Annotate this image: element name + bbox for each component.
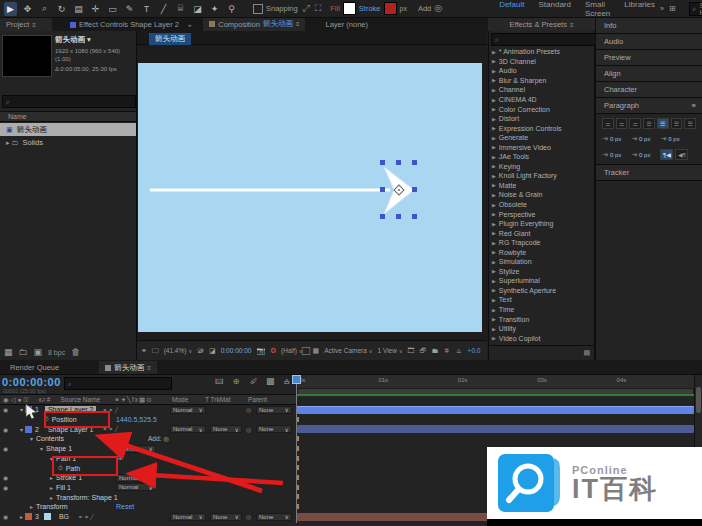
effects-category[interactable]: ▶* Animation Presets xyxy=(489,47,596,57)
layer-color-chip[interactable] xyxy=(25,513,32,520)
viewer-comp-tab[interactable]: 箭头动画 xyxy=(149,33,191,45)
paragraph-field-value[interactable]: 0 px xyxy=(610,136,621,142)
pickwhip-icon[interactable]: ◎ xyxy=(246,426,251,433)
mode-column[interactable]: Mode xyxy=(172,396,188,403)
parent-dropdown[interactable]: None∨ xyxy=(256,425,292,433)
timeline-row-property[interactable]: ◉▸Stroke 1Normal∨ xyxy=(0,473,297,483)
tab-effects-presets[interactable]: Effects & Presets≡ xyxy=(488,18,595,31)
twirl-icon[interactable]: ▶ xyxy=(492,163,496,169)
exposure-icon[interactable]: 🜂 xyxy=(456,347,463,354)
project-search-field[interactable]: ⌕ xyxy=(2,95,136,108)
effects-category[interactable]: ▶Expression Controls xyxy=(489,123,596,133)
twirl-icon[interactable]: ▶ xyxy=(492,49,496,55)
effects-category[interactable]: ▶Superluminal xyxy=(489,276,596,286)
layer-color-chip[interactable] xyxy=(25,426,32,433)
snapping-checkbox[interactable] xyxy=(253,4,263,14)
effects-category[interactable]: ▶Obsolete xyxy=(489,200,596,210)
group-name[interactable]: Shape 1 xyxy=(46,445,72,452)
timeline-row-property[interactable]: ▾ContentsAdd: ◎ xyxy=(0,434,297,444)
mode-dropdown[interactable]: Normal∨ xyxy=(170,406,206,414)
blend-mode-dropdown[interactable]: Normal∨ xyxy=(116,445,156,453)
twirl-icon[interactable]: ▾ xyxy=(20,406,23,413)
layer-color-chip[interactable] xyxy=(25,406,32,413)
snapshot-icon[interactable]: 📷 xyxy=(256,347,265,354)
add-button[interactable]: Add ◎ xyxy=(418,4,442,13)
pixel-aspect-icon[interactable]: 🗖 xyxy=(408,347,415,354)
effects-category[interactable]: ▶Noise & Grain xyxy=(489,190,596,200)
twirl-icon[interactable]: ▶ xyxy=(492,135,496,141)
twirl-icon[interactable]: ▶ xyxy=(492,278,496,284)
reset-link[interactable]: Reset xyxy=(116,503,134,510)
twirl-icon[interactable]: ▶ xyxy=(492,68,496,74)
shape-tool[interactable]: ▭ xyxy=(106,2,119,16)
paragraph-field-value[interactable]: 0 px xyxy=(639,152,650,158)
effects-category[interactable]: ▶Color Correction xyxy=(489,104,596,114)
twirl-icon[interactable]: ▶ xyxy=(492,58,496,64)
effects-category[interactable]: ▶RG Trapcode xyxy=(489,238,596,248)
twirl-icon[interactable]: ▶ xyxy=(492,259,496,265)
effects-category[interactable]: ▶Blur & Sharpen xyxy=(489,76,596,86)
parent-dropdown[interactable]: None∨ xyxy=(256,513,292,521)
pen-tool[interactable]: ✎ xyxy=(123,2,136,16)
twirl-icon[interactable]: ▶ xyxy=(492,97,496,103)
type-tool[interactable]: T xyxy=(140,2,153,16)
tab-composition[interactable]: Composition 箭头动画 ≡ xyxy=(203,18,305,32)
composition-flowchart-icon[interactable]: 🜲 xyxy=(215,377,224,386)
layer-name[interactable]: BG xyxy=(56,513,72,520)
dir-ltr-button[interactable]: ¶◀ xyxy=(660,149,673,160)
twirl-icon[interactable]: ▸ xyxy=(50,484,53,491)
twirl-icon[interactable]: ▶ xyxy=(492,335,496,341)
paragraph-field[interactable]: ⇥0 px xyxy=(631,151,650,159)
twirl-icon[interactable]: ▶ xyxy=(492,106,496,112)
twirl-icon[interactable]: ▶ xyxy=(492,268,496,274)
timeline-row-property[interactable]: ⏱Path xyxy=(0,463,297,473)
tab-layer[interactable]: Layer (none) xyxy=(319,18,374,31)
effects-search-field[interactable]: ⌕ xyxy=(491,33,600,46)
paragraph-field-value[interactable]: 0 px xyxy=(610,152,621,158)
paragraph-field[interactable]: ⇥0 px xyxy=(602,135,621,143)
tab-timeline-comp[interactable]: 箭头动画 ≡ xyxy=(99,361,157,374)
search-help-field[interactable]: ⌕ Search Help xyxy=(689,2,702,16)
twirl-icon[interactable]: ▶ xyxy=(492,326,496,332)
panel-header-paragraph[interactable]: Paragraph≡ xyxy=(596,98,702,114)
view-layout-dropdown[interactable]: 1 View∨ xyxy=(378,347,403,354)
paragraph-field[interactable]: ⇥0 px xyxy=(602,151,621,159)
transparency-grid-icon[interactable]: ▦ xyxy=(313,347,320,354)
timeline-row-property[interactable]: ▾Path 1⇆ xyxy=(0,454,297,464)
property-value[interactable]: 1440.5,525.5 xyxy=(116,416,157,423)
twirl-icon[interactable]: ▸ xyxy=(50,494,53,501)
timeline-row-property[interactable]: ◉▾Shape 1Normal∨ xyxy=(0,444,297,454)
snapping-toggle[interactable]: Snapping xyxy=(253,4,298,14)
mode-dropdown[interactable]: Normal∨ xyxy=(170,513,206,521)
tab-effect-controls[interactable]: Effect Controls Shape Layer 2 » xyxy=(64,18,197,31)
group-name[interactable]: Transform xyxy=(36,503,68,510)
project-bpc[interactable]: 8 bpc xyxy=(48,349,65,356)
twirl-icon[interactable]: ▶ xyxy=(492,211,496,217)
effects-category[interactable]: ▶Red Giant xyxy=(489,228,596,238)
trkmat-dropdown[interactable]: None∨ xyxy=(210,425,242,433)
project-item[interactable]: ▣箭头动画 xyxy=(0,123,136,136)
mask-visibility-icon[interactable]: ◪ xyxy=(209,347,216,354)
effects-category[interactable]: ▶Generate xyxy=(489,133,596,143)
effects-category[interactable]: ▶Audio xyxy=(489,66,596,76)
trash-icon[interactable]: 🗑 xyxy=(71,348,80,357)
new-folder-icon[interactable]: 🗀 xyxy=(19,348,28,357)
effects-category[interactable]: ▶Stylize xyxy=(489,267,596,277)
playhead-line[interactable] xyxy=(296,375,297,523)
selection-tool[interactable]: ▶ xyxy=(4,2,17,16)
brush-tool[interactable]: ⌸ xyxy=(174,2,187,16)
effects-category[interactable]: ▶Transition xyxy=(489,314,596,324)
pickwhip-icon[interactable]: ◎ xyxy=(246,513,251,520)
twirl-icon[interactable]: ▶ xyxy=(492,87,496,93)
panel-header-character[interactable]: Character xyxy=(596,82,702,98)
twirl-icon[interactable]: ▶ xyxy=(492,240,496,246)
layer-switches[interactable]: ⚭ ✦ ╱ xyxy=(78,514,94,520)
twirl-icon[interactable]: ▶ xyxy=(492,307,496,313)
align-button-0[interactable]: ⚌ xyxy=(602,118,614,129)
channels-icon[interactable]: ❂ xyxy=(270,347,276,354)
source-name-column[interactable]: Source Name xyxy=(60,396,100,403)
add-shape-button[interactable]: Add: ◎ xyxy=(148,435,169,443)
panel-header-tracker[interactable]: Tracker xyxy=(596,165,702,181)
pickwhip-icon[interactable]: ◎ xyxy=(246,406,251,413)
flowchart-icon[interactable]: 𐄹 xyxy=(444,347,451,354)
